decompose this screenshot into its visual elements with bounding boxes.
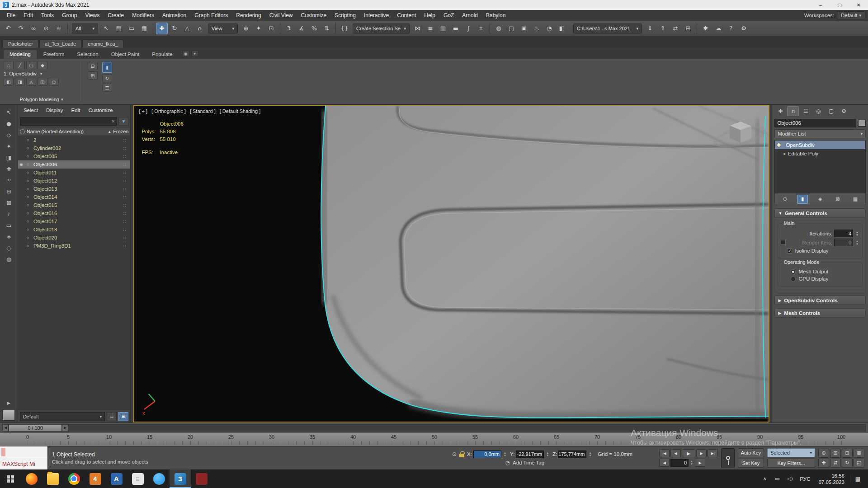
time-slider-track[interactable]: [68, 424, 866, 432]
track-bar[interactable]: 0510152025303540455055606570758085909510…: [0, 432, 868, 446]
named-selection-sets-icon[interactable]: {}: [339, 23, 350, 34]
use-displacement-icon[interactable]: ▮: [102, 62, 112, 73]
scene-explorer-toggle-icon[interactable]: ⊞: [118, 412, 128, 421]
z-coordinate-field[interactable]: 175,774mm: [558, 450, 586, 458]
explorer-search-input[interactable]: ✕: [20, 117, 117, 126]
menu-item[interactable]: Content: [393, 10, 420, 21]
previous-key-button[interactable]: ◀: [659, 459, 670, 467]
create-tab-icon[interactable]: ✚: [774, 106, 786, 116]
menu-item[interactable]: Views: [81, 10, 104, 21]
utilities-tab-icon[interactable]: ⚙: [838, 106, 849, 116]
render-production-icon[interactable]: ♨: [531, 23, 542, 34]
select-scale-icon[interactable]: △: [181, 23, 193, 34]
hidden-icons-chevron[interactable]: ∧: [759, 469, 770, 488]
keyboard-override-icon[interactable]: ⊡: [265, 23, 277, 34]
frozen-toggle-icon[interactable]: ∷: [118, 211, 130, 216]
collapse-stack-icon[interactable]: ⊟: [88, 62, 98, 70]
menu-item[interactable]: Interactive: [360, 10, 393, 21]
containers-filter-icon[interactable]: ▭: [3, 220, 14, 230]
key-filters-button[interactable]: Key Filters...: [767, 459, 815, 468]
select-place-icon[interactable]: ⌂: [194, 23, 206, 34]
state-sets-icon[interactable]: ◧: [556, 23, 568, 34]
taskbar-app-slot[interactable]: [63, 469, 85, 488]
ribbon-minimize-icon[interactable]: ▾: [191, 51, 198, 57]
explorer-menu-item[interactable]: Select: [20, 107, 42, 114]
rollout-general-controls[interactable]: ▼General Controls: [774, 208, 866, 218]
schematic-view-icon[interactable]: ⌗: [475, 23, 487, 34]
network-icon[interactable]: ▭: [772, 469, 783, 488]
next-frame-arrow-icon[interactable]: ▶: [62, 424, 68, 432]
window-crossing-icon[interactable]: ▦: [138, 23, 150, 34]
align-icon[interactable]: ≡: [425, 23, 436, 34]
scene-object-row[interactable]: ○ Object011 ∷: [18, 169, 130, 177]
taskbar-app-slot[interactable]: 3: [170, 469, 191, 488]
manage-links-icon[interactable]: ⇄: [670, 23, 681, 34]
object-color-swatch[interactable]: [858, 120, 866, 127]
set-key-button[interactable]: Set Key: [738, 459, 764, 468]
viewport-header-segment[interactable]: [ Standard ]: [190, 108, 216, 114]
scene-object-row[interactable]: ○ PM3D_Ring3D1 ∷: [18, 242, 130, 250]
motion-tab-icon[interactable]: ◎: [812, 106, 824, 116]
zoom-icon[interactable]: ⊕: [818, 449, 829, 458]
modifier-stack-row[interactable]: OpenSubdiv: [775, 141, 865, 149]
frozen-toggle-icon[interactable]: ∷: [118, 178, 130, 183]
menu-item[interactable]: Civil View: [265, 10, 297, 21]
maxscript-mini-listener[interactable]: MAXScript Mi: [0, 446, 48, 469]
menu-item[interactable]: Babylon: [482, 10, 509, 21]
ribbon-toggle-icon[interactable]: ▬: [450, 23, 462, 34]
orbit-icon[interactable]: ↻: [842, 459, 853, 468]
rollout-mesh-controls[interactable]: ▶Mesh Controls: [774, 308, 866, 318]
layer-manager-icon[interactable]: ▥: [437, 23, 449, 34]
frozen-toggle-icon[interactable]: ∷: [118, 187, 130, 192]
name-column-header[interactable]: Name (Sorted Ascending): [27, 129, 106, 134]
modifier-list-dropdown[interactable]: Modifier List: [774, 129, 866, 138]
menu-item[interactable]: Modifiers: [128, 10, 158, 21]
mirror-icon[interactable]: ⋈: [412, 23, 424, 34]
menu-item[interactable]: Rendering: [232, 10, 265, 21]
menu-item[interactable]: Arnold: [458, 10, 482, 21]
walk-through-icon[interactable]: ⇵: [830, 459, 841, 468]
configure-modifier-sets-icon[interactable]: ▦: [850, 195, 861, 204]
remove-modifier-icon[interactable]: ⊠: [832, 195, 843, 204]
subdiv-dropdown[interactable]: 1: OpenSubdiv: [4, 71, 79, 76]
menu-item[interactable]: Create: [104, 10, 128, 21]
frozen-toggle-icon[interactable]: ∷: [118, 170, 130, 175]
set-keys-button[interactable]: [721, 448, 735, 468]
scene-object-row[interactable]: ○ Object017 ∷: [18, 217, 130, 225]
polygon-modeling-footer[interactable]: Polygon Modeling: [4, 97, 79, 102]
border-mode-icon[interactable]: ▢: [26, 61, 36, 69]
go-to-end-button[interactable]: ▶|: [708, 449, 718, 457]
play-button[interactable]: ▶: [682, 449, 695, 457]
time-tag-clock-icon[interactable]: ◔: [505, 460, 510, 466]
current-frame-field[interactable]: 0: [670, 459, 689, 467]
delta-display-icon[interactable]: ◬: [26, 78, 36, 86]
mesh-output-radio[interactable]: [791, 269, 796, 274]
frozen-toggle-icon[interactable]: ∷: [118, 203, 130, 208]
viewport-header-segment[interactable]: [ Orthographic ]: [151, 108, 186, 114]
render-iterative-icon[interactable]: ◔: [543, 23, 555, 34]
menu-item[interactable]: Help: [420, 10, 439, 21]
rectangular-selection-icon[interactable]: ▭: [126, 23, 137, 34]
maximize-button[interactable]: [830, 0, 849, 10]
explorer-column-header[interactable]: Name (Sorted Ascending) ▲ Frozen: [18, 127, 130, 136]
z-spinner[interactable]: ▲▼: [588, 451, 592, 457]
key-filter-selection-dropdown[interactable]: Selected: [767, 448, 815, 457]
pan-icon[interactable]: ✚: [818, 459, 829, 468]
frame-spinner[interactable]: ▲▼: [689, 460, 694, 465]
viewport-header-segment[interactable]: [ Default Shading ]: [220, 108, 261, 114]
render-iters-checkbox[interactable]: [781, 240, 786, 245]
modifier-enable-bulb-icon[interactable]: [777, 143, 781, 147]
menu-item[interactable]: Scripting: [330, 10, 360, 21]
y-spinner[interactable]: ▲▼: [545, 451, 550, 457]
zoom-region-icon[interactable]: ⊠: [854, 449, 864, 458]
scene-object-row[interactable]: ○ Object005 ∷: [18, 152, 130, 160]
modifier-stack-row[interactable]: ▸ Editable Poly: [775, 149, 865, 158]
percent-snap-icon[interactable]: %: [308, 23, 320, 34]
taskbar-app-slot[interactable]: [21, 469, 42, 488]
repeat-last-icon[interactable]: ↻: [102, 74, 112, 82]
menu-item[interactable]: File: [3, 10, 19, 21]
rendered-frame-icon[interactable]: ▣: [518, 23, 530, 34]
frozen-column-header[interactable]: Frozen: [113, 129, 128, 134]
helpers-filter-icon[interactable]: ✚: [3, 164, 14, 174]
display-tab-icon[interactable]: ▢: [825, 106, 837, 116]
